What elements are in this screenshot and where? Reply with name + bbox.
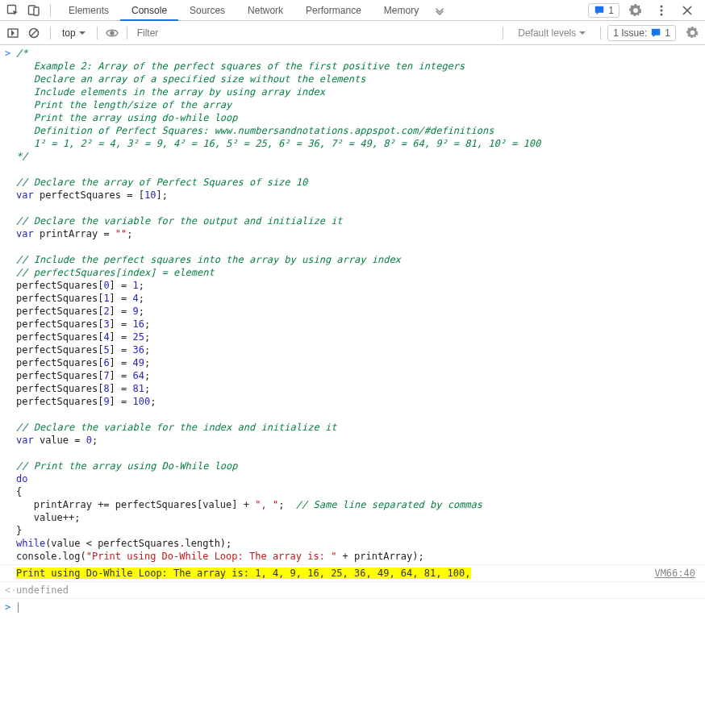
c: ; (144, 370, 150, 381)
code: ; (127, 228, 132, 239)
tab-sources[interactable]: Sources (178, 0, 236, 21)
tab-console[interactable]: Console (120, 0, 178, 21)
log-levels-selector[interactable]: Default levels (510, 27, 594, 39)
input-chevron-icon: > (5, 47, 16, 564)
sidebar-toggle-icon[interactable] (3, 23, 23, 43)
code-comment: // Include the perfect squares into the … (16, 254, 401, 265)
code-comment: // Declare the variable for the output a… (16, 215, 343, 227)
c: value++; (16, 512, 80, 523)
n: 25 (133, 331, 144, 343)
c: perfectSquares[ (16, 331, 103, 343)
device-toggle-icon[interactable] (24, 1, 44, 20)
str: "" (115, 228, 127, 239)
log-highlight: Print using Do-While Loop: The array is:… (16, 568, 471, 579)
c: printArray += perfectSquares[value] + (16, 499, 255, 510)
svg-point-8 (111, 31, 114, 35)
code: ]; (156, 189, 167, 201)
c: ; (144, 331, 150, 343)
c: ] = (110, 383, 133, 394)
separator (50, 4, 51, 17)
c: perfectSquares[ (16, 318, 103, 330)
separator (127, 27, 127, 40)
c: ; (139, 293, 144, 304)
c: perfectSquares[ (16, 370, 103, 381)
c: perfectSquares[ (16, 293, 103, 304)
kw: var (16, 189, 34, 201)
console-input-row: > /* Example 2: Array of the perfect squ… (0, 45, 705, 564)
cursor (18, 602, 19, 613)
c: ] = (110, 318, 133, 330)
context-selector[interactable]: top (57, 25, 90, 41)
c: perfectSquares[ (16, 383, 103, 394)
c: ] = (110, 293, 133, 304)
tab-network[interactable]: Network (236, 0, 294, 21)
kw: while (16, 538, 45, 549)
n: 7 (103, 370, 109, 381)
return-value: undefined (16, 584, 69, 597)
s: ", " (255, 499, 278, 510)
messages-badge[interactable]: 1 (588, 3, 619, 18)
code-input[interactable]: /* Example 2: Array of the perfect squar… (16, 47, 705, 564)
separator (50, 27, 51, 40)
c: + printArray); (336, 551, 423, 562)
n: 4 (133, 293, 139, 304)
kw: do (16, 473, 27, 485)
kebab-menu-icon[interactable] (652, 1, 671, 20)
code: printArray = (34, 228, 115, 239)
inspect-icon[interactable] (3, 1, 23, 20)
s: "Print using Do-While Loop: The array is… (86, 551, 337, 562)
code-comment: // Declare the variable for the index an… (16, 422, 336, 433)
issue-count: 1 (665, 27, 670, 39)
n: 9 (133, 306, 139, 317)
separator (503, 27, 503, 40)
svg-point-5 (661, 13, 663, 15)
console-settings-icon[interactable] (682, 27, 702, 39)
c: perfectSquares[ (16, 306, 103, 317)
source-link[interactable]: VM66:40 (654, 567, 700, 580)
c: ; (278, 499, 296, 510)
separator (600, 27, 601, 40)
code-comment: // Declare the array of Perfect Squares … (16, 177, 307, 188)
c: ] = (110, 396, 133, 407)
filter-input[interactable] (134, 25, 497, 41)
c: { (16, 486, 22, 497)
settings-icon[interactable] (626, 1, 645, 20)
console-prompt[interactable]: > (0, 599, 705, 615)
code: perfectSquares = [ (34, 189, 144, 201)
close-icon[interactable] (678, 1, 697, 20)
c: ; (144, 318, 150, 330)
devtools-tabbar: Elements Console Sources Network Perform… (0, 0, 705, 21)
c: ] = (110, 370, 133, 381)
issues-button[interactable]: 1 Issue: 1 (607, 25, 676, 41)
console-body: > /* Example 2: Array of the perfect squ… (0, 45, 705, 615)
clear-console-icon[interactable] (24, 23, 44, 43)
c: console.log( (16, 551, 86, 562)
tab-memory[interactable]: Memory (373, 0, 430, 21)
n: 16 (133, 318, 144, 330)
output-chevron-icon: <· (5, 584, 16, 597)
n: 2 (103, 306, 109, 317)
n: 5 (103, 344, 109, 356)
c: ; (144, 357, 150, 368)
tab-strip: Elements Console Sources Network Perform… (57, 0, 586, 21)
cm: // Same line separated by commas (296, 499, 482, 510)
code-comment: // Print the array using Do-While loop (16, 460, 238, 472)
kw: var (16, 435, 34, 446)
code-comment: /* Example 2: Array of the perfect squar… (16, 48, 540, 162)
issue-label: 1 Issue: (613, 27, 647, 39)
c: perfectSquares[ (16, 396, 103, 407)
c: ] = (110, 331, 133, 343)
log-text: Print using Do-While Loop: The array is:… (16, 567, 654, 580)
n: 0 (103, 280, 109, 291)
c: perfectSquares[ (16, 357, 103, 368)
n: 36 (133, 344, 144, 356)
console-return-row: <· undefined (0, 582, 705, 599)
more-tabs-icon[interactable] (430, 1, 449, 20)
tab-performance[interactable]: Performance (294, 0, 373, 21)
live-expression-icon[interactable] (104, 28, 120, 38)
svg-point-3 (661, 5, 663, 7)
num: 10 (144, 189, 156, 201)
tab-elements[interactable]: Elements (57, 0, 120, 21)
n: 4 (103, 331, 109, 343)
kw: var (16, 228, 34, 239)
